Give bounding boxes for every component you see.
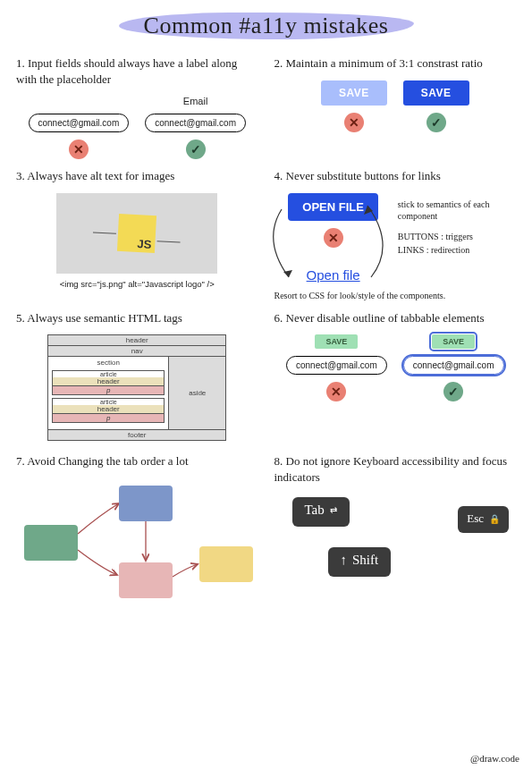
code-snippet: <img src="js.png" alt="Javascript logo" … (16, 279, 258, 289)
good-example: Email connect@gmail.com ✓ (145, 96, 246, 159)
tab-order-diagram (21, 478, 253, 595)
tip-5: 5. Always use semantic HTML tags header … (16, 310, 258, 445)
input-outlined[interactable]: connect@gmail.com (403, 356, 504, 375)
region-article: article header p (52, 398, 165, 423)
tip4-footer: Resort to CSS for look/style of the comp… (274, 290, 517, 301)
good-example: SAVE ✓ (403, 80, 469, 132)
bad-example: connect@gmail.com ✕ (29, 114, 130, 159)
tip-3: 3. Always have alt text for images JS <i… (16, 168, 258, 301)
tab-key: Tab ⇄ (292, 497, 350, 527)
region-footer: footer (48, 429, 225, 440)
bad-example: SAVE ✕ (321, 80, 387, 132)
semantic-layout-diagram: header nav section article header p arti… (47, 334, 226, 441)
cross-icon: ✕ (326, 382, 346, 401)
note-semantics: stick to semantics of each component (398, 199, 516, 222)
tip-7: 7. Avoid Changing the tab order a lot (16, 453, 258, 595)
check-icon: ✓ (443, 382, 463, 401)
tab-cycle-icon: ⇄ (330, 505, 337, 515)
tip-heading: 2. Maintain a minimum of 3:1 constrast r… (274, 55, 517, 72)
region-section: section (52, 359, 165, 368)
save-chip-no-outline[interactable]: SAVE (315, 334, 358, 349)
note-links: LINKS : redirection (398, 244, 470, 256)
tip-4: 4. Never substitute buttons for links OP… (274, 168, 517, 301)
open-file-button[interactable]: OPEN FILE (288, 193, 378, 221)
check-icon: ✓ (186, 139, 206, 159)
tip-heading: 1. Input fields should always have a lab… (16, 55, 258, 87)
input-no-label[interactable]: connect@gmail.com (29, 114, 130, 132)
region-header: header (48, 335, 225, 346)
focus-block-3 (119, 562, 173, 598)
lock-icon: 🔒 (489, 514, 500, 524)
tip-heading: 3. Always have alt text for images (16, 168, 258, 184)
tip-heading: 4. Never substitute buttons for links (274, 168, 517, 184)
focus-block-2 (119, 486, 173, 521)
tip-heading: 5. Always use semantic HTML tags (16, 310, 258, 326)
tip-heading: 8. Do not ignore Keyboard accessibility … (274, 453, 517, 485)
note-buttons: BUTTONS : triggers (398, 231, 473, 242)
bad-example: SAVE connect@gmail.com ✕ (286, 334, 387, 401)
input-no-outline[interactable]: connect@gmail.com (286, 356, 387, 375)
cross-icon: ✕ (324, 228, 343, 248)
tip-2: 2. Maintain a minimum of 3:1 constrast r… (274, 55, 517, 159)
region-aside: aside (169, 357, 225, 429)
tip-heading: 6. Never disable outline of tabbable ele… (274, 310, 517, 326)
tip-8: 8. Do not ignore Keyboard accessibility … (274, 453, 517, 595)
input-with-label[interactable]: connect@gmail.com (145, 114, 246, 132)
focus-block-1 (24, 525, 78, 561)
shift-key: ↑ Shift (328, 547, 392, 577)
svg-marker-0 (283, 270, 292, 277)
tips-grid: 1. Input fields should always have a lab… (0, 39, 532, 595)
js-logo-icon: JS (117, 214, 156, 253)
low-contrast-button[interactable]: SAVE (321, 80, 387, 106)
tip-6: 6. Never disable outline of tabbable ele… (274, 310, 517, 445)
save-chip-outlined[interactable]: SAVE (432, 334, 475, 349)
title-area: Common #a11y mistakes (0, 0, 532, 39)
high-contrast-button[interactable]: SAVE (403, 80, 469, 106)
page-title: Common #a11y mistakes (0, 13, 532, 39)
credit: @draw.code (470, 753, 519, 764)
focus-block-4 (199, 546, 253, 582)
tip-1: 1. Input fields should always have a lab… (16, 55, 258, 159)
check-icon: ✓ (426, 113, 446, 132)
esc-key: Esc 🔒 (458, 506, 509, 533)
up-arrow-icon: ↑ (341, 553, 348, 568)
input-label: Email (183, 96, 208, 106)
region-article: article header p (52, 370, 165, 395)
open-file-link[interactable]: Open file (307, 267, 360, 283)
region-nav: nav (48, 346, 225, 357)
good-example: SAVE connect@gmail.com ✓ (403, 334, 504, 401)
cross-icon: ✕ (344, 113, 364, 132)
tip-heading: 7. Avoid Changing the tab order a lot (16, 453, 258, 469)
image-placeholder: JS (56, 193, 217, 274)
cross-icon: ✕ (69, 139, 89, 159)
